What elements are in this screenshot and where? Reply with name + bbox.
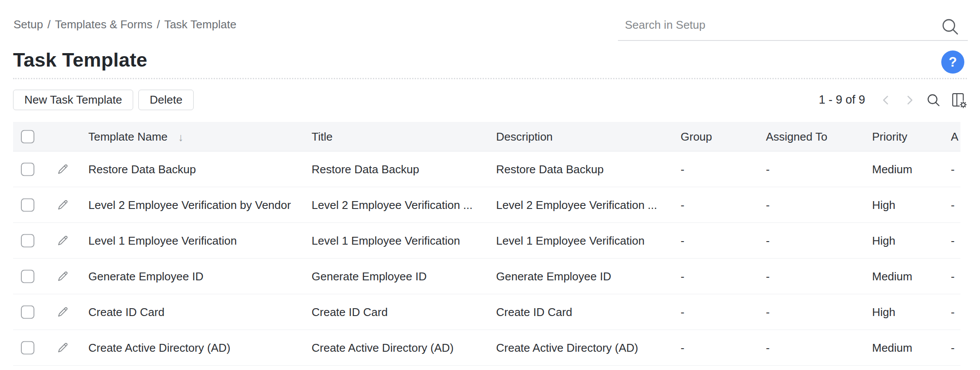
cell-description: Create Active Directory (AD) — [496, 341, 675, 354]
column-header-template-name[interactable]: Template Name↓ — [88, 130, 308, 143]
cell-extra: - — [951, 341, 960, 354]
new-task-template-button[interactable]: New Task Template — [13, 90, 133, 110]
cell-group: - — [681, 162, 757, 176]
cell-template-name: Restore Data Backup — [88, 162, 308, 176]
breadcrumb-separator: / — [157, 18, 160, 31]
cell-priority: High — [872, 198, 944, 212]
cell-assigned-to: - — [766, 305, 866, 319]
cell-assigned-to: - — [766, 341, 866, 354]
cell-title: Create ID Card — [312, 305, 491, 319]
cell-extra: - — [951, 269, 960, 283]
cell-description: Generate Employee ID — [496, 269, 675, 283]
question-mark-icon: ? — [949, 54, 957, 70]
table-row: Create ID Card Create ID Card Create ID … — [13, 294, 960, 330]
column-header-description[interactable]: Description — [496, 130, 675, 143]
cell-template-name: Create Active Directory (AD) — [88, 341, 308, 354]
list-search-icon[interactable] — [926, 93, 941, 108]
row-checkbox[interactable] — [21, 305, 34, 319]
column-header-label: Template Name — [88, 130, 168, 143]
breadcrumb-item-task-template[interactable]: Task Template — [164, 18, 236, 31]
cell-extra: - — [951, 305, 960, 319]
cell-template-name: Create ID Card — [88, 305, 308, 319]
cell-group: - — [681, 269, 757, 283]
delete-button[interactable]: Delete — [138, 90, 194, 110]
table-row: Restore Data Backup Restore Data Backup … — [13, 151, 960, 187]
pagination-range: 1 - 9 of 9 — [819, 93, 865, 107]
cell-priority: Medium — [872, 162, 944, 176]
column-settings-icon[interactable] — [950, 92, 967, 108]
table-row: Level 1 Employee Verification Level 1 Em… — [13, 223, 960, 259]
row-checkbox[interactable] — [21, 198, 34, 212]
edit-pencil-icon[interactable] — [56, 198, 69, 212]
section-divider — [13, 78, 967, 79]
cell-description: Create ID Card — [496, 305, 675, 319]
column-header-assigned-to[interactable]: Assigned To — [766, 130, 866, 143]
setup-search — [618, 16, 968, 43]
table-header-row: Template Name↓ Title Description Group A… — [13, 122, 960, 151]
task-template-table: Template Name↓ Title Description Group A… — [13, 122, 960, 366]
table-row: Level 2 Employee Verification by Vendor … — [13, 187, 960, 223]
breadcrumb: Setup/Templates & Forms/Task Template — [13, 18, 236, 31]
help-button[interactable]: ? — [941, 50, 964, 74]
cell-assigned-to: - — [766, 234, 866, 247]
column-header-truncated[interactable]: A — [951, 130, 960, 143]
table-row: Generate Employee ID Generate Employee I… — [13, 259, 960, 294]
search-input[interactable] — [618, 16, 968, 41]
row-checkbox[interactable] — [21, 341, 34, 354]
select-all-checkbox[interactable] — [21, 130, 34, 143]
column-header-group[interactable]: Group — [681, 130, 757, 143]
cell-extra: - — [951, 198, 960, 212]
cell-template-name: Level 2 Employee Verification by Vendor — [88, 198, 308, 212]
cell-title: Level 1 Employee Verification — [312, 234, 491, 247]
row-checkbox[interactable] — [21, 269, 34, 283]
cell-title: Generate Employee ID — [312, 269, 491, 283]
cell-template-name: Level 1 Employee Verification — [88, 234, 308, 247]
column-header-title[interactable]: Title — [312, 130, 491, 143]
cell-extra: - — [951, 162, 960, 176]
chevron-right-icon[interactable] — [903, 93, 916, 107]
breadcrumb-item-templates-forms[interactable]: Templates & Forms — [55, 18, 152, 31]
cell-title: Create Active Directory (AD) — [312, 341, 491, 354]
cell-group: - — [681, 305, 757, 319]
column-header-priority[interactable]: Priority — [872, 130, 944, 143]
cell-group: - — [681, 198, 757, 212]
row-checkbox[interactable] — [21, 234, 34, 247]
edit-pencil-icon[interactable] — [56, 163, 69, 176]
edit-pencil-icon[interactable] — [56, 341, 69, 354]
cell-description: Level 1 Employee Verification — [496, 234, 675, 247]
cell-title: Level 2 Employee Verification ... — [312, 198, 491, 212]
edit-pencil-icon[interactable] — [56, 234, 69, 247]
chevron-left-icon[interactable] — [879, 93, 893, 107]
cell-priority: Medium — [872, 269, 944, 283]
edit-pencil-icon[interactable] — [56, 270, 69, 283]
pagination: 1 - 9 of 9 — [819, 90, 967, 110]
cell-assigned-to: - — [766, 198, 866, 212]
breadcrumb-separator: / — [47, 18, 50, 31]
cell-group: - — [681, 341, 757, 354]
cell-template-name: Generate Employee ID — [88, 269, 308, 283]
cell-description: Level 2 Employee Verification ... — [496, 198, 675, 212]
cell-priority: High — [872, 234, 944, 247]
edit-pencil-icon[interactable] — [56, 306, 69, 319]
cell-assigned-to: - — [766, 269, 866, 283]
cell-priority: High — [872, 305, 944, 319]
cell-priority: Medium — [872, 341, 944, 354]
cell-assigned-to: - — [766, 162, 866, 176]
cell-extra: - — [951, 234, 960, 247]
breadcrumb-item-setup[interactable]: Setup — [13, 18, 43, 31]
sort-descending-icon: ↓ — [178, 131, 184, 143]
cell-title: Restore Data Backup — [312, 162, 491, 176]
cell-description: Restore Data Backup — [496, 162, 675, 176]
row-checkbox[interactable] — [21, 162, 34, 176]
table-row: Create Active Directory (AD) Create Acti… — [13, 330, 960, 366]
page-title: Task Template — [13, 49, 148, 71]
search-icon[interactable] — [941, 17, 959, 36]
cell-group: - — [681, 234, 757, 247]
